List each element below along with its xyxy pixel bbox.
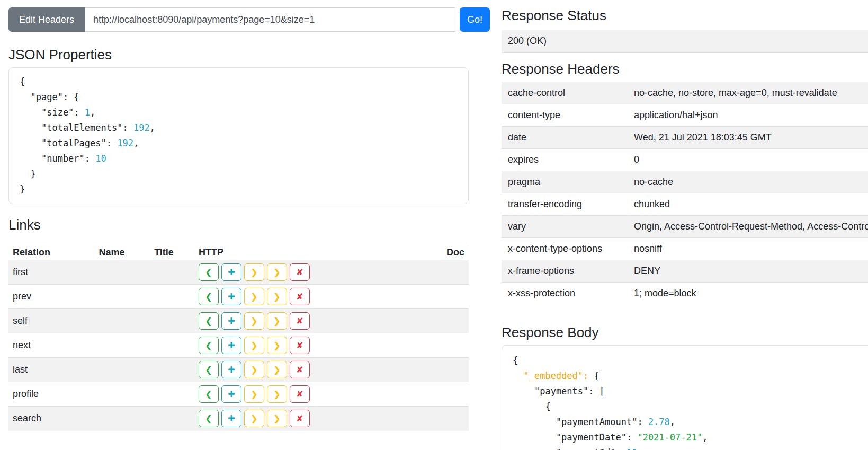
links-col-doc: Doc: [442, 245, 469, 260]
http-get-button[interactable]: ❮: [199, 410, 219, 427]
response-header-row: x-xss-protection 1; mode=block: [502, 282, 868, 304]
http-get-button[interactable]: ❮: [199, 361, 219, 378]
link-name: [94, 358, 150, 382]
header-value: application/hal+json: [628, 104, 868, 126]
response-header-row: date Wed, 21 Jul 2021 18:03:45 GMT: [502, 126, 868, 148]
http-patch-button[interactable]: ❯: [267, 361, 287, 378]
http-patch-button[interactable]: ❯: [267, 288, 287, 305]
http-put-button[interactable]: ❯: [244, 385, 264, 403]
left-column: Edit Headers Go! JSON Properties { "page…: [8, 7, 490, 431]
header-value: nosniff: [628, 237, 868, 260]
header-name: content-type: [502, 104, 628, 126]
link-row-self: self ❮✚❯❯✘: [8, 309, 469, 333]
links-table-header-row: Relation Name Title HTTP Doc: [8, 245, 469, 260]
http-patch-button[interactable]: ❯: [267, 263, 287, 281]
response-status-title: Response Status: [502, 7, 868, 24]
http-post-button[interactable]: ✚: [221, 361, 241, 378]
response-header-row: x-frame-options DENY: [502, 260, 868, 282]
http-get-button[interactable]: ❮: [199, 312, 219, 330]
link-row-next: next ❮✚❯❯✘: [8, 333, 469, 358]
http-patch-button[interactable]: ❯: [267, 312, 287, 330]
http-patch-button[interactable]: ❯: [267, 337, 287, 354]
http-delete-button[interactable]: ✘: [290, 337, 310, 354]
response-header-row: vary Origin, Access-Control-Request-Meth…: [502, 215, 868, 237]
link-title: [150, 382, 194, 407]
go-button[interactable]: Go!: [460, 7, 490, 32]
response-header-row: content-type application/hal+json: [502, 104, 868, 126]
link-relation: profile: [8, 382, 94, 407]
link-relation: first: [8, 260, 94, 285]
request-url-bar: Edit Headers Go!: [8, 7, 490, 32]
header-value: DENY: [628, 260, 868, 282]
http-delete-button[interactable]: ✘: [290, 312, 310, 330]
response-headers-table: cache-control no-cache, no-store, max-ag…: [502, 82, 868, 305]
http-delete-button[interactable]: ✘: [290, 288, 310, 305]
http-get-button[interactable]: ❮: [199, 263, 219, 281]
response-header-row: expires 0: [502, 148, 868, 171]
link-name: [94, 285, 150, 309]
http-get-button[interactable]: ❮: [199, 337, 219, 354]
http-patch-button[interactable]: ❯: [267, 385, 287, 403]
header-name: transfer-encoding: [502, 193, 628, 215]
link-doc: [442, 260, 469, 285]
link-row-profile: profile ❮✚❯❯✘: [8, 382, 469, 407]
header-name: expires: [502, 148, 628, 171]
links-col-http: HTTP: [194, 245, 442, 260]
link-title: [150, 309, 194, 333]
right-column: Response Status 200 (OK) Response Header…: [502, 7, 868, 450]
http-delete-button[interactable]: ✘: [290, 385, 310, 403]
http-delete-button[interactable]: ✘: [290, 263, 310, 281]
edit-headers-button[interactable]: Edit Headers: [8, 7, 85, 32]
link-relation: prev: [8, 285, 94, 309]
header-name: x-content-type-options: [502, 237, 628, 260]
response-body-code-block: { "_embedded": { "payments": [ { "paymen…: [502, 345, 868, 450]
http-delete-button[interactable]: ✘: [290, 410, 310, 427]
link-title: [150, 358, 194, 382]
header-value: 0: [628, 148, 868, 171]
response-body-title: Response Body: [502, 324, 868, 341]
http-put-button[interactable]: ❯: [244, 288, 264, 305]
link-doc: [442, 333, 469, 358]
link-doc: [442, 382, 469, 407]
http-post-button[interactable]: ✚: [221, 288, 241, 305]
http-delete-button[interactable]: ✘: [290, 361, 310, 378]
http-put-button[interactable]: ❯: [244, 410, 264, 427]
http-post-button[interactable]: ✚: [221, 385, 241, 403]
links-col-name: Name: [94, 245, 150, 260]
link-relation: self: [8, 309, 94, 333]
http-put-button[interactable]: ❯: [244, 263, 264, 281]
header-name: x-xss-protection: [502, 282, 628, 304]
link-relation: next: [8, 333, 94, 358]
header-name: cache-control: [502, 82, 628, 104]
link-doc: [442, 407, 469, 431]
url-input[interactable]: [85, 7, 455, 32]
link-row-prev: prev ❮✚❯❯✘: [8, 285, 469, 309]
link-title: [150, 260, 194, 285]
link-title: [150, 285, 194, 309]
response-header-row: x-content-type-options nosniff: [502, 237, 868, 260]
response-header-row: cache-control no-cache, no-store, max-ag…: [502, 82, 868, 104]
http-put-button[interactable]: ❯: [244, 337, 264, 354]
http-get-button[interactable]: ❮: [199, 385, 219, 403]
http-post-button[interactable]: ✚: [221, 263, 241, 281]
links-col-title: Title: [150, 245, 194, 260]
link-doc: [442, 285, 469, 309]
header-name: x-frame-options: [502, 260, 628, 282]
http-patch-button[interactable]: ❯: [267, 410, 287, 427]
http-put-button[interactable]: ❯: [244, 361, 264, 378]
link-row-search: search ❮✚❯❯✘: [8, 407, 469, 431]
json-properties-title: JSON Properties: [8, 47, 490, 63]
response-header-row: transfer-encoding chunked: [502, 193, 868, 215]
link-title: [150, 407, 194, 431]
http-post-button[interactable]: ✚: [221, 312, 241, 330]
http-get-button[interactable]: ❮: [199, 288, 219, 305]
http-post-button[interactable]: ✚: [221, 337, 241, 354]
header-value: chunked: [628, 193, 868, 215]
link-name: [94, 382, 150, 407]
header-name: pragma: [502, 171, 628, 193]
http-post-button[interactable]: ✚: [221, 410, 241, 427]
link-doc: [442, 309, 469, 333]
link-doc: [442, 358, 469, 382]
link-name: [94, 407, 150, 431]
http-put-button[interactable]: ❯: [244, 312, 264, 330]
